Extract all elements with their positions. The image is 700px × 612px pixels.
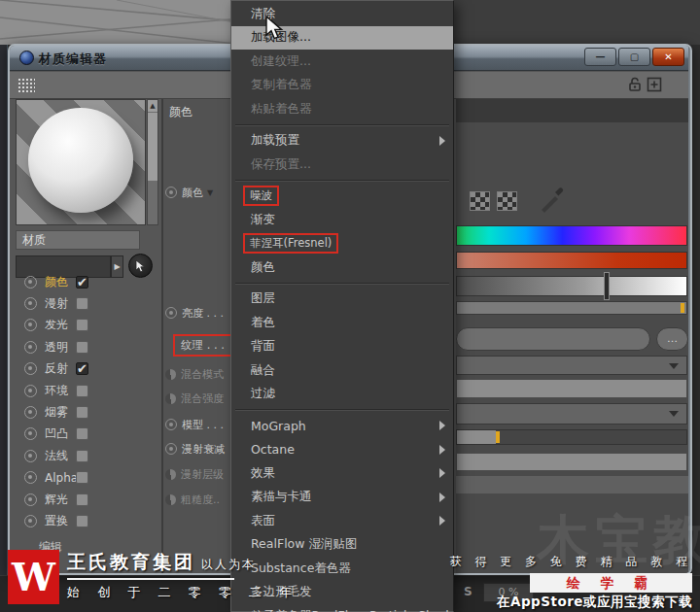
channel-checkbox[interactable] (76, 493, 88, 506)
params-header: 颜色 (169, 104, 192, 120)
channel-row-alpha[interactable]: Alpha (16, 467, 163, 489)
value-field[interactable] (456, 327, 650, 351)
channel-checkbox[interactable] (76, 385, 88, 397)
menu-item-octane[interactable]: Octane (231, 438, 453, 462)
brand-founded: 始 创 于 二 零 零 二 年 (67, 584, 298, 601)
level-slider[interactable] (456, 301, 687, 315)
strength-slider[interactable] (456, 429, 687, 445)
color-swatch-icon[interactable] (470, 191, 490, 211)
submenu-arrow-icon (439, 493, 445, 502)
channel-row-transparency[interactable]: 透明 (16, 336, 163, 357)
material-preview[interactable] (16, 99, 146, 225)
channel-checkbox[interactable] (76, 427, 88, 440)
submenu-arrow-icon (439, 445, 445, 455)
menu-item-load-preset[interactable]: 加载预置 (231, 129, 453, 153)
param-model[interactable]: 模型 . . . (165, 415, 237, 434)
dropdown-select[interactable] (456, 403, 687, 425)
channel-checkbox[interactable] (76, 341, 88, 354)
menu-item-layer[interactable]: 图层 (231, 288, 453, 312)
maximize-button[interactable]: ▢ (618, 48, 650, 66)
param-diffuse-level: 漫射层级 (165, 464, 237, 484)
lock-icon[interactable] (627, 77, 643, 92)
hue-gradient-bar[interactable] (456, 225, 687, 246)
menu-item-fresnel[interactable]: 菲涅耳(Fresnel) (231, 232, 453, 256)
menu-item-backface[interactable]: 背面 (231, 335, 453, 359)
saturation-gradient-bar[interactable] (456, 252, 687, 269)
add-panel-icon[interactable] (647, 77, 662, 92)
noise-annotation-box[interactable]: 噪波 (243, 186, 279, 206)
slider-tick (496, 431, 500, 443)
chevron-down-icon[interactable]: ▼ (207, 188, 213, 197)
menu-item-surfaces[interactable]: 表面 (231, 509, 453, 533)
channel-row-environment[interactable]: 环境 (16, 380, 163, 401)
color-swatch-icon[interactable] (497, 191, 517, 211)
channel-row-color[interactable]: 颜色 ✔ (16, 271, 163, 292)
radio-icon (24, 276, 37, 289)
half-circle-icon (165, 469, 176, 480)
menu-item-color[interactable]: 颜色 (231, 255, 453, 280)
half-circle-icon (165, 393, 176, 404)
channel-checkbox[interactable] (76, 297, 88, 310)
dropdown-select[interactable] (456, 356, 687, 375)
channel-checkbox[interactable]: ✔ (76, 362, 88, 375)
param-brightness[interactable]: 亮度 . . . (165, 303, 237, 323)
channel-checkbox[interactable]: ✔ (76, 276, 88, 289)
brand-slogan: 以人为本 (201, 558, 256, 571)
promo-line1: 获 得 更 多 免 费 精 品 教 程 (447, 554, 692, 570)
texture-annotation-box[interactable]: 纹理 . . . (173, 334, 232, 357)
menu-item-colorize[interactable]: 着色 (231, 311, 453, 335)
param-color[interactable]: 颜色 ▼ (165, 183, 237, 202)
channel-checkbox[interactable] (76, 515, 88, 527)
menu-item-gradient[interactable]: 渐变 (231, 208, 453, 232)
channel-row-luminance[interactable]: 发光 (16, 315, 163, 336)
mouse-cursor (264, 16, 286, 43)
param-roughness: 粗糙度.. (165, 490, 237, 509)
param-diffuse-falloff[interactable]: 漫射衰减 (165, 439, 237, 459)
gradient-preview-bar[interactable] (456, 379, 687, 398)
close-button[interactable]: ✕ (652, 48, 684, 66)
channel-row-bump[interactable]: 凹凸 (16, 424, 163, 445)
value-slider-handle[interactable] (604, 272, 610, 300)
value-gradient-bar[interactable] (456, 276, 687, 296)
param-texture[interactable]: 纹理 . . . (165, 329, 237, 360)
channel-checkbox[interactable] (76, 319, 88, 331)
channel-checkbox[interactable] (76, 406, 88, 419)
preview-bar[interactable] (456, 453, 687, 471)
radio-icon (165, 307, 177, 319)
preview-sphere (28, 108, 133, 213)
radio-icon (24, 341, 37, 354)
radio-icon (24, 362, 37, 375)
chevron-down-icon (669, 363, 679, 369)
menu-item-paste-shader: 粘贴着色器 (231, 97, 453, 121)
radio-icon (165, 419, 177, 430)
menu-item-filter[interactable]: 过滤 (231, 383, 453, 407)
channel-checkbox[interactable] (76, 471, 88, 484)
eyedropper-icon[interactable] (538, 185, 567, 214)
menu-item-effects[interactable]: 效果 (231, 461, 453, 486)
channel-row-diffusion[interactable]: 漫射 (16, 292, 163, 314)
menu-item-noise[interactable]: 噪波 (231, 185, 453, 209)
grip-dots-icon[interactable] (18, 78, 35, 93)
minimize-button[interactable]: — (584, 48, 616, 66)
menu-item-realflow-particle-shader[interactable]: 粒子着色器RealFlow Particle Shader (231, 604, 453, 612)
channel-row-displacement[interactable]: 置换 (16, 510, 163, 531)
radio-icon (165, 187, 177, 198)
submenu-arrow-icon (439, 468, 445, 478)
scroll-up-icon[interactable]: ▲ (148, 100, 158, 112)
brand-divider (67, 578, 234, 580)
menu-item-fusion[interactable]: 融合 (231, 358, 453, 383)
brand-logo: W (8, 550, 59, 604)
channel-checkbox[interactable] (76, 450, 88, 462)
fresnel-annotation-box[interactable]: 菲涅耳(Fresnel) (243, 233, 338, 254)
menu-item-sketch-toon[interactable]: 素描与卡通 (231, 486, 453, 510)
browse-button[interactable]: … (656, 327, 688, 351)
channel-row-normal[interactable]: 法线 (16, 445, 163, 466)
scrollbar-thumb[interactable] (148, 113, 158, 181)
menu-item-mograph[interactable]: MoGraph (231, 414, 453, 438)
preview-scrollbar[interactable]: ▲ (147, 99, 158, 225)
promo-overlay: 获 得 更 多 免 费 精 品 教 程 绘 学 霸 在AppStore或应用宝搜… (447, 554, 692, 611)
channel-row-fog[interactable]: 烟雾 (16, 401, 163, 423)
channel-row-glow[interactable]: 辉光 (16, 489, 163, 510)
channel-row-reflectance[interactable]: 反射 ✔ (16, 358, 163, 380)
radio-icon (24, 297, 37, 310)
